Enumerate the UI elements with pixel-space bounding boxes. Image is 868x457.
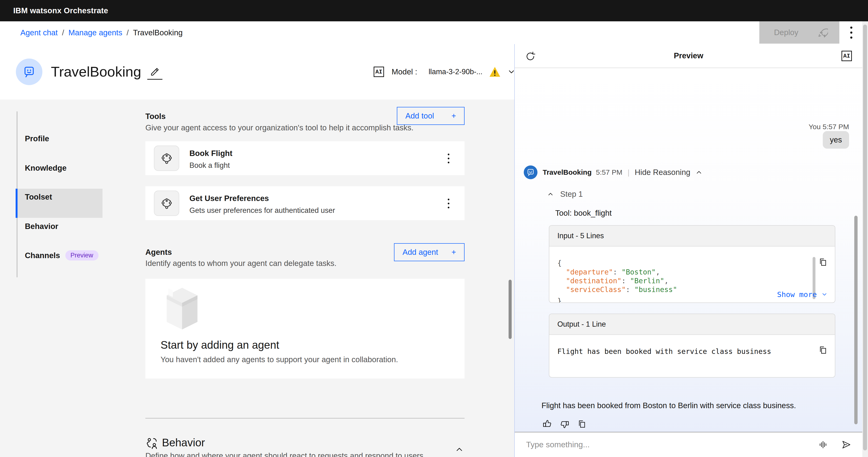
add-agent-button[interactable]: Add agent +: [394, 243, 465, 261]
behavior-section-title: Behavior: [162, 436, 205, 449]
preview-panel: Preview AI You 5:57 PM yes Travel: [515, 21, 862, 457]
left-panel-scrollbar[interactable]: [508, 280, 512, 339]
show-more-button[interactable]: Show more: [777, 290, 828, 299]
output-card-header: Output - 1 Line: [549, 314, 835, 335]
copy-output-button[interactable]: [818, 345, 829, 355]
breadcrumb-separator: /: [62, 28, 64, 37]
chevron-up-icon: [695, 169, 703, 176]
chevron-down-icon: [821, 291, 828, 298]
tool-card-get-user-preferences[interactable]: Get User Preferences Gets user preferenc…: [145, 186, 465, 220]
side-nav-selected-indicator: [16, 189, 18, 218]
breadcrumb-manage-agents[interactable]: Manage agents: [68, 28, 122, 37]
agent-avatar: [16, 59, 42, 85]
agents-section-description: Identify agents to whom your agent can d…: [145, 259, 336, 268]
tool-description: Book a flight: [189, 161, 230, 170]
agent-name-title: TravelBooking: [51, 63, 141, 80]
step-collapse-row[interactable]: Step 1: [547, 190, 583, 199]
step-output-card: Output - 1 Line Flight has been booked w…: [549, 314, 835, 378]
empty-state-title: Start by adding an agent: [160, 339, 279, 351]
tool-description: Gets user preferences for authenticated …: [189, 206, 335, 215]
plus-icon: +: [452, 248, 456, 257]
ai-label-icon: AI: [841, 51, 852, 61]
behavior-section-description: Define how and where your agent should r…: [145, 451, 426, 457]
chat-bot-icon: [22, 64, 36, 79]
sidebar-item-channels[interactable]: Channels Preview: [25, 250, 98, 260]
agent-message-time: 5:57 PM: [596, 168, 622, 176]
sidebar-item-behavior[interactable]: Behavior: [25, 222, 58, 231]
voice-input-button[interactable]: [817, 438, 829, 451]
warning-icon: [489, 66, 501, 78]
section-divider: [145, 418, 465, 419]
breadcrumb: Agent chat / Manage agents / TravelBooki…: [20, 21, 183, 44]
message-actions: [542, 419, 588, 429]
chevron-up-icon: [547, 191, 554, 198]
preview-header: Preview AI: [515, 44, 862, 68]
app-header: IBM watsonx Orchestrate: [0, 0, 868, 21]
step-tool-line: Tool: book_flight: [555, 208, 612, 218]
window-scrollbar-thumb[interactable]: [863, 25, 867, 450]
tool-overflow-menu[interactable]: [441, 150, 456, 166]
tool-icon-tile: [154, 191, 179, 216]
tool-card-book-flight[interactable]: Book Flight Book a flight: [145, 141, 465, 175]
agent-chat-avatar: [524, 166, 537, 179]
user-message-meta: You 5:57 PM: [809, 123, 849, 131]
breadcrumb-current: TravelBooking: [133, 28, 183, 37]
copy-input-button[interactable]: [818, 257, 829, 267]
sidebar-item-knowledge[interactable]: Knowledge: [25, 164, 66, 173]
model-label: Model :: [392, 67, 417, 76]
agents-section-title: Agents: [145, 248, 172, 257]
user-message-bubble: yes: [823, 131, 849, 149]
tool-overflow-menu[interactable]: [441, 195, 456, 211]
tool-icon: [160, 151, 174, 165]
chat-composer: [515, 432, 862, 457]
output-code-block: Flight has been booked with service clas…: [549, 335, 835, 378]
thumbs-up-button[interactable]: [542, 419, 553, 429]
agent-message-header: TravelBooking 5:57 PM | Hide Reasoning: [524, 166, 703, 179]
preview-scrollbar[interactable]: [854, 216, 858, 424]
ai-label-icon: AI: [374, 66, 384, 77]
app-window: IBM watsonx Orchestrate Agent chat / Man…: [0, 0, 868, 457]
add-tool-button[interactable]: Add tool +: [397, 107, 465, 125]
tool-icon: [160, 197, 174, 210]
breadcrumb-separator: /: [126, 28, 129, 37]
agent-final-message: Flight has been booked from Boston to Be…: [541, 401, 796, 410]
copy-message-button[interactable]: [577, 419, 588, 429]
thumbs-down-button[interactable]: [560, 419, 570, 429]
tools-section-title: Tools: [145, 112, 166, 121]
agent-message-sender: TravelBooking: [543, 168, 592, 176]
preview-title: Preview: [515, 51, 862, 60]
empty-state-description: You haven't added any agents to support …: [160, 355, 398, 364]
tools-section-description: Give your agent access to your organizat…: [145, 123, 414, 132]
chat-input[interactable]: [526, 432, 805, 457]
input-card-header: Input - 5 Lines: [549, 226, 835, 247]
agents-empty-state-card: Start by adding an agent You haven't add…: [145, 279, 465, 378]
pencil-icon: [149, 66, 160, 77]
input-code-block: { "departure": "Boston", "destination": …: [549, 247, 835, 303]
breadcrumb-agent-chat[interactable]: Agent chat: [20, 28, 58, 37]
tool-name: Get User Preferences: [189, 194, 269, 203]
sidebar-item-profile[interactable]: Profile: [25, 134, 49, 143]
send-button[interactable]: [840, 438, 852, 451]
hide-reasoning-toggle[interactable]: Hide Reasoning: [635, 168, 703, 177]
tool-name: Book Flight: [189, 149, 232, 158]
window-scrollbar-track[interactable]: [862, 21, 868, 457]
plus-icon: +: [452, 111, 456, 120]
chat-area: You 5:57 PM yes TravelBooking 5:57 PM |: [515, 68, 862, 432]
behavior-icon: [146, 437, 158, 449]
app-title: IBM watsonx Orchestrate: [13, 6, 108, 15]
model-selector[interactable]: AI Model : llama-3-2-90b-...: [374, 44, 516, 99]
tool-icon-tile: [154, 146, 179, 171]
collapse-chevron-up-icon[interactable]: [455, 445, 464, 454]
step-input-card: Input - 5 Lines { "departure": "Boston",…: [549, 225, 835, 303]
channels-preview-badge: Preview: [65, 250, 98, 260]
edit-agent-name-button[interactable]: [147, 64, 162, 80]
sidebar-item-toolset[interactable]: Toolset: [25, 193, 52, 201]
empty-box-illustration: [164, 288, 200, 340]
model-value: llama-3-2-90b-...: [429, 67, 482, 76]
step-label: Step 1: [560, 190, 583, 199]
